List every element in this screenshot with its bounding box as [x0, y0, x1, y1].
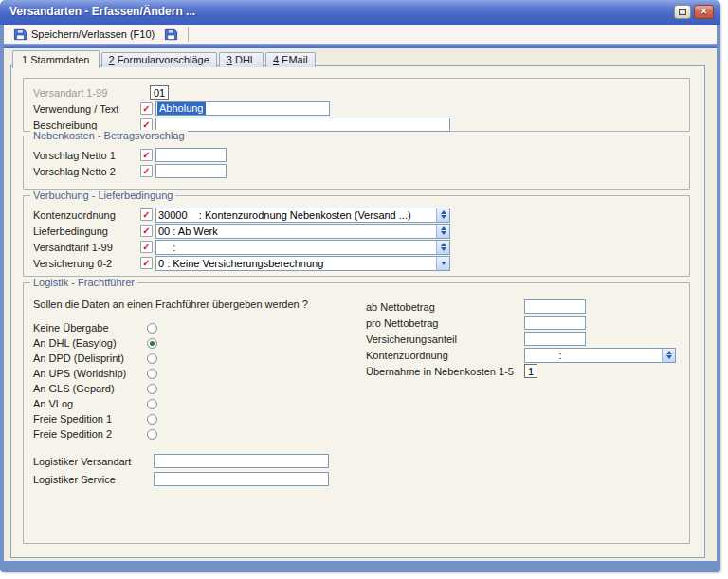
arrow-up-icon — [666, 351, 672, 354]
versandart-input[interactable] — [150, 85, 169, 100]
tab-label: Stammdaten — [30, 54, 89, 65]
verwendung-row: Verwendung / Text ✓ Abholung — [33, 100, 689, 117]
logistik-kontenzuordnung-combo[interactable]: : — [524, 348, 676, 363]
field-label: Übernahme in Nebenkosten 1-5 — [366, 366, 524, 377]
check-button[interactable]: ✓ — [140, 102, 153, 115]
dropdown-button[interactable] — [436, 257, 449, 270]
logistiker-versandart-input[interactable] — [154, 454, 329, 468]
radio-row: Freie Spedition 1 — [33, 411, 689, 426]
versicherung-combo[interactable]: 0 : Keine Versicherungsberechnung — [155, 256, 450, 271]
field-label: ab Nettobetrag — [366, 301, 524, 313]
save-exit-button[interactable]: Speichern/Verlassen (F10) — [9, 26, 159, 43]
radio-freie-spedition-1[interactable] — [147, 414, 157, 425]
vorschlag2-row: Vorschlag Netto 2 ✓ — [33, 163, 689, 179]
radio-label: An UPS (Worldship) — [33, 368, 147, 379]
dialog-body: 1Stammdaten 2Formularvorschläge 3DHL 4EM… — [4, 48, 717, 561]
ab-nettobetrag-row: ab Nettobetrag — [366, 299, 688, 315]
red-check-icon: ✓ — [142, 166, 150, 176]
spinner-button[interactable] — [662, 349, 675, 362]
radio-row: Freie Spedition 2 — [33, 426, 689, 442]
arrow-down-icon — [441, 215, 446, 219]
group-logistik: Logistik - Frachtführer Sollen die Daten… — [23, 282, 690, 544]
radio-an-vlog[interactable] — [147, 399, 157, 409]
tab-stammdaten[interactable]: 1Stammdaten — [12, 50, 100, 68]
pro-nettobetrag-row: pro Nettobetrag — [366, 315, 688, 331]
radio-an-gls[interactable] — [147, 384, 157, 394]
tab-number: 4 — [273, 54, 279, 65]
field-label: Logistiker Service — [33, 474, 154, 485]
radio-freie-spedition-2[interactable] — [147, 429, 157, 440]
save-button[interactable] — [159, 26, 183, 43]
radio-an-ups[interactable] — [147, 369, 157, 379]
window-title: Versandarten - Erfassen/Ändern ... — [9, 5, 674, 18]
toolbar-separator — [188, 27, 189, 42]
versicherung-row: Versicherung 0-2 ✓ 0 : Keine Versicherun… — [33, 255, 689, 271]
combo-value: 30000 : Kontenzurodnung Nebenkosten (Ver… — [156, 208, 436, 222]
logistiker-service-input[interactable] — [154, 472, 329, 486]
arrow-up-icon — [441, 210, 446, 214]
vorschlag-netto-2-input[interactable] — [155, 164, 227, 178]
logistiker-versandart-row: Logistiker Versandart — [33, 452, 329, 470]
logistik-kontenzuordnung-row: Kontenzuordnung : — [366, 347, 688, 363]
tab-number: 1 — [22, 54, 27, 65]
group-legend: Logistik - Frachtführer — [30, 277, 137, 289]
field-label: Vorschlag Netto 1 — [33, 150, 140, 161]
uebernahme-nebenkosten-input[interactable] — [524, 364, 537, 378]
window-body: Speichern/Verlassen (F10) — [4, 25, 717, 561]
save-icon — [164, 27, 178, 42]
tab-formularvorschlaege[interactable]: 2Formularvorschläge — [101, 52, 217, 67]
group-nebenkosten: Nebenkosten - Betragsvorschlag Vorschlag… — [23, 136, 690, 190]
check-button[interactable]: ✓ — [140, 225, 153, 237]
field-label: Versandtarif 1-99 — [33, 242, 140, 253]
red-check-icon: ✓ — [142, 258, 150, 268]
uebernahme-row: Übernahme in Nebenkosten 1-5 — [366, 363, 688, 379]
field-label: Versandart 1-99 — [33, 87, 140, 99]
kontenzuordnung-row: Kontenzuordnung ✓ 30000 : Kontenzurodnun… — [33, 207, 689, 223]
radio-row: An GLS (Gepard) — [33, 381, 689, 396]
logistiker-fields: Logistiker Versandart Logistiker Service — [33, 452, 329, 488]
verwendung-input[interactable]: Abholung — [155, 101, 330, 116]
spinner-button[interactable] — [436, 208, 449, 222]
pro-nettobetrag-input[interactable] — [524, 316, 586, 330]
red-check-icon: ✓ — [142, 150, 150, 160]
check-button[interactable]: ✓ — [140, 165, 153, 177]
ab-nettobetrag-input[interactable] — [524, 299, 586, 314]
field-label: Vorschlag Netto 2 — [33, 166, 140, 177]
titlebar[interactable]: Versandarten - Erfassen/Ändern ... ✕ — [0, 0, 720, 25]
beschreibung-input[interactable] — [155, 118, 450, 132]
radio-label: Freie Spedition 1 — [33, 413, 147, 425]
radio-label: Keine Übergabe — [33, 322, 147, 334]
chevron-down-icon — [441, 262, 446, 265]
save-exit-label: Speichern/Verlassen (F10) — [31, 28, 155, 40]
check-button[interactable]: ✓ — [140, 257, 153, 269]
lieferbedingung-combo[interactable]: 00 : Ab Werk — [155, 224, 450, 239]
red-check-icon: ✓ — [142, 103, 150, 114]
spinner-button[interactable] — [436, 225, 449, 238]
check-button[interactable]: ✓ — [140, 149, 153, 161]
save-icon — [13, 27, 27, 42]
tab-email[interactable]: 4EMail — [265, 52, 316, 67]
check-button[interactable]: ✓ — [140, 208, 153, 221]
versandart-row: Versandart 1-99 — [33, 84, 689, 100]
radio-an-dpd[interactable] — [147, 353, 157, 364]
toolbar: Speichern/Verlassen (F10) — [4, 25, 717, 44]
tab-content-panel: Versandart 1-99 Verwendung / Text ✓ Abho… — [10, 65, 705, 558]
spinner-button[interactable] — [436, 241, 449, 254]
versandtarif-row: Versandtarif 1-99 ✓ : — [33, 239, 689, 255]
vorschlag-netto-1-input[interactable] — [155, 148, 227, 162]
field-label: pro Nettobetrag — [366, 317, 524, 329]
maximize-button[interactable] — [674, 5, 691, 19]
radio-keine-uebergabe[interactable] — [147, 323, 157, 334]
check-button[interactable]: ✓ — [140, 241, 153, 253]
tab-dhl[interactable]: 3DHL — [219, 52, 264, 67]
radio-an-dhl[interactable] — [147, 338, 157, 349]
red-check-icon: ✓ — [142, 226, 150, 236]
arrow-down-icon — [441, 231, 446, 235]
field-label: Lieferbedingung — [33, 226, 140, 237]
kontenzuordnung-combo[interactable]: 30000 : Kontenzurodnung Nebenkosten (Ver… — [155, 208, 450, 223]
close-button[interactable]: ✕ — [694, 5, 714, 19]
versandtarif-combo[interactable]: : — [155, 240, 450, 255]
field-label: Versicherung 0-2 — [33, 258, 140, 269]
window-controls: ✕ — [674, 5, 714, 19]
versicherungsanteil-input[interactable] — [524, 332, 586, 346]
